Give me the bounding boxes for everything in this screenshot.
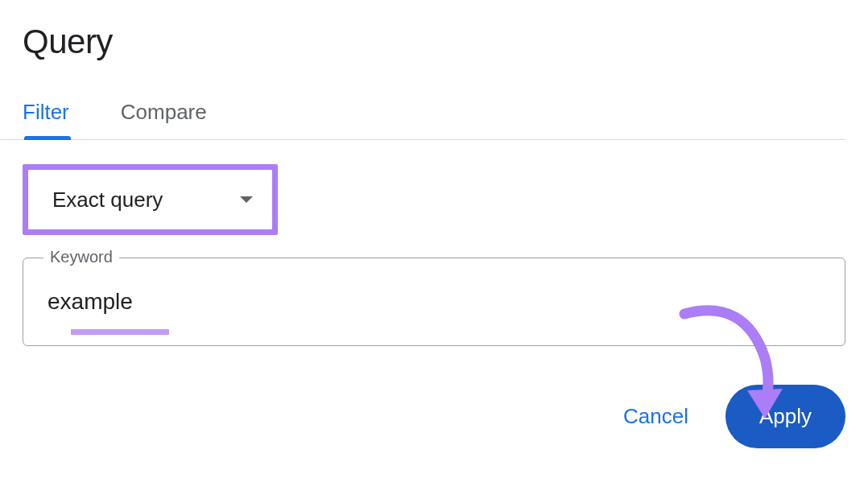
tabs: Filter Compare — [0, 100, 845, 140]
tab-compare[interactable]: Compare — [121, 100, 207, 139]
dropdown-highlight: Exact query — [23, 164, 278, 235]
cancel-button[interactable]: Cancel — [618, 396, 693, 437]
query-type-dropdown[interactable]: Exact query — [28, 170, 272, 229]
apply-button[interactable]: Apply — [725, 385, 845, 448]
page-title: Query — [23, 23, 845, 61]
actions-row: Cancel Apply — [23, 385, 845, 448]
keyword-label: Keyword — [43, 248, 119, 266]
dropdown-selected-label: Exact query — [52, 188, 163, 212]
tab-filter[interactable]: Filter — [23, 100, 69, 139]
chevron-down-icon — [240, 196, 253, 203]
underline-annotation — [71, 329, 169, 335]
keyword-field-wrap: Keyword — [23, 258, 845, 346]
